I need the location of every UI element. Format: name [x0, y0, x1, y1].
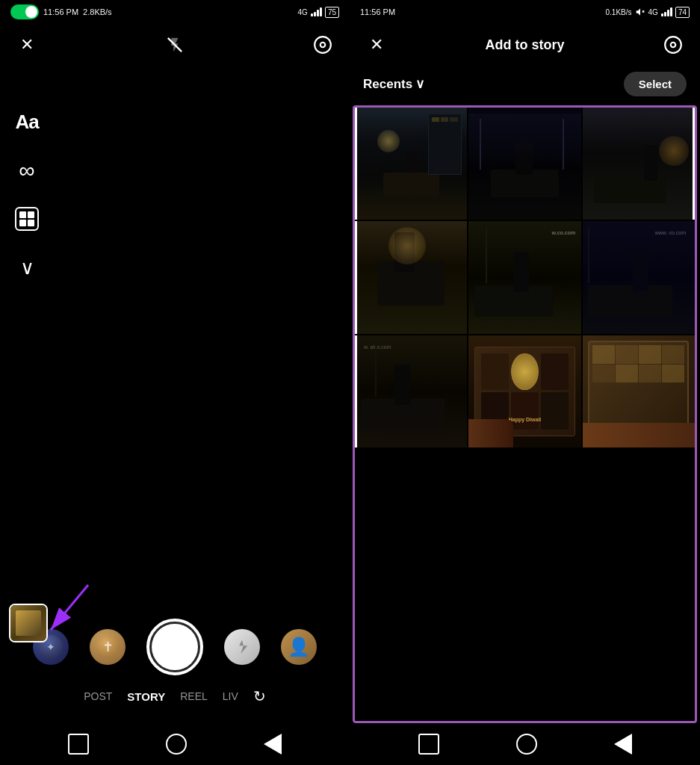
photo-inner-3: [583, 108, 695, 220]
moto-6: [588, 285, 672, 317]
battery-right: 74: [675, 7, 690, 18]
nav-bar-right: [350, 723, 700, 765]
photo-cell-6[interactable]: www. co.com: [583, 221, 695, 333]
photo-grid: w.co.com www. co.com w. alco.c: [355, 108, 695, 447]
svg-point-2: [320, 43, 326, 48]
mode-tabs: POST STORY REEL LIV ↻: [84, 687, 266, 705]
choc1: [481, 353, 509, 391]
recents-bar: Recents ∨ Select: [350, 66, 700, 105]
mute-icon: [635, 7, 645, 17]
left-tools: Aa ∞ ∨: [15, 111, 39, 279]
text-tool-btn[interactable]: Aa: [15, 111, 38, 134]
shutter-button[interactable]: [146, 619, 203, 675]
p8: [662, 365, 684, 382]
recents-text: Recents: [363, 77, 412, 92]
tab-reel[interactable]: REEL: [180, 690, 208, 702]
p1: [592, 345, 615, 363]
right-panel: 11:56 PM 0.1KB/s 4G 74 ✕ Add to story: [350, 0, 700, 765]
bar2: [314, 12, 316, 16]
nav-triangle-left[interactable]: [264, 734, 282, 755]
person-7: [394, 365, 410, 405]
recents-dropdown[interactable]: Recents ∨: [363, 76, 424, 92]
thumb-preview: [10, 605, 46, 641]
flash-off-icon: [167, 37, 183, 53]
status-time-right: 11:56 PM: [360, 7, 395, 16]
photo-cell-9[interactable]: [583, 335, 695, 447]
page-title-right: Add to story: [486, 37, 565, 53]
photo-inner-2: [468, 108, 580, 220]
photo-inner-5: w.co.com: [468, 221, 580, 333]
grid-cell-4: [28, 220, 34, 226]
pattern-grid: [589, 342, 687, 424]
rbar2: [664, 12, 666, 16]
strip-1: [355, 108, 357, 220]
svg-point-6: [665, 37, 681, 53]
camera-toggle[interactable]: [10, 4, 39, 19]
photo-cell-1[interactable]: [355, 108, 467, 220]
status-bar-left: 11:56 PM 2.8KB/s 4G 75: [0, 0, 350, 24]
bar1: [311, 13, 313, 16]
w2: [441, 117, 448, 122]
bg-7: [355, 335, 467, 447]
select-button[interactable]: Select: [624, 72, 687, 96]
status-left-info: 11:56 PM 2.8KB/s: [10, 4, 112, 19]
gallery-thumbnail[interactable]: [9, 604, 48, 642]
nav-circle-right[interactable]: [516, 734, 537, 755]
avatar-inner-2: ✝: [96, 635, 120, 659]
layout-btn[interactable]: [15, 207, 39, 231]
person-3: [644, 145, 657, 181]
settings-button-left[interactable]: [309, 31, 336, 58]
photo-cell-5[interactable]: w.co.com: [468, 221, 580, 333]
strip-3: [693, 108, 695, 220]
w3: [450, 117, 457, 122]
effect-avatar-2[interactable]: ✝: [90, 629, 126, 665]
hand-8: [468, 419, 513, 447]
network-left: 4G: [298, 8, 308, 16]
flash-off-button[interactable]: [161, 31, 188, 58]
boomerang-btn[interactable]: ∞: [19, 159, 34, 182]
flash-avatar[interactable]: [224, 629, 260, 665]
nav-triangle-right[interactable]: [614, 734, 632, 755]
status-bar-right: 11:56 PM 0.1KB/s 4G 74: [350, 0, 700, 24]
left-panel: 11:56 PM 2.8KB/s 4G 75 ✕: [0, 0, 350, 765]
more-tools-btn[interactable]: ∨: [20, 256, 34, 279]
rbar1: [661, 13, 663, 16]
tab-story[interactable]: STORY: [127, 690, 165, 703]
tab-post[interactable]: POST: [84, 690, 112, 702]
strip-4: [355, 221, 357, 333]
p2: [616, 345, 638, 363]
camera-row: ✦ ✝ 👤: [33, 619, 317, 675]
photo-cell-8[interactable]: Happy Diwali: [468, 335, 580, 447]
photo-cell-3[interactable]: [583, 108, 695, 220]
nav-square-left[interactable]: [68, 734, 89, 755]
settings-icon-right: [663, 35, 683, 55]
nav-circle-left[interactable]: [166, 734, 187, 755]
shutter-inner: [152, 624, 198, 670]
settings-icon-left: [313, 35, 332, 55]
bottom-controls: ✦ ✝ 👤 POST: [0, 559, 350, 723]
face-avatar[interactable]: 👤: [281, 629, 317, 665]
toggle-dot: [25, 6, 37, 18]
p3: [639, 345, 661, 363]
settings-button-right[interactable]: [660, 31, 687, 58]
status-time-left: 11:56 PM: [43, 7, 78, 16]
tab-live[interactable]: LIV: [223, 690, 238, 702]
windows-1: [429, 114, 461, 125]
choc5: [541, 392, 569, 430]
close-button-left[interactable]: ✕: [13, 31, 40, 58]
grid-cell-1: [19, 211, 26, 218]
flip-camera-btn[interactable]: ↻: [253, 687, 266, 705]
status-right-left: 4G 75: [298, 7, 339, 18]
photo-cell-4[interactable]: [355, 221, 467, 333]
strip-7: [355, 335, 357, 447]
close-button-right[interactable]: ✕: [363, 31, 390, 58]
recents-chevron: ∨: [415, 76, 424, 92]
nav-square-right[interactable]: [418, 734, 439, 755]
photo-cell-2[interactable]: [468, 108, 580, 220]
choc-round: [511, 353, 539, 391]
p6: [616, 365, 638, 382]
photo-cell-7[interactable]: w. alco.com: [355, 335, 467, 447]
photo-inner-7: w. alco.com: [355, 335, 467, 447]
grid-cell-2: [28, 211, 34, 218]
p5: [592, 365, 615, 382]
